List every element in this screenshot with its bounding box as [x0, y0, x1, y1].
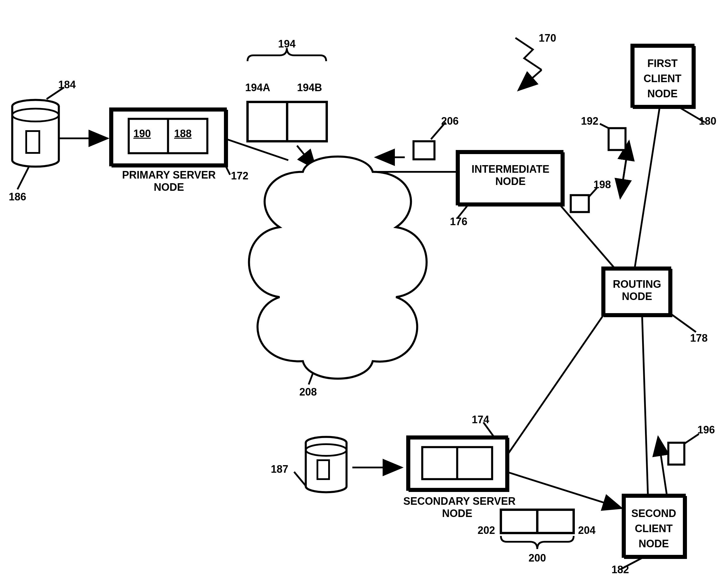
brace-200	[501, 536, 574, 549]
ref-200: 200	[528, 552, 546, 564]
line-routing-secondclient	[642, 315, 648, 496]
storage-right	[306, 437, 346, 492]
line-intermediate-routing	[559, 204, 615, 268]
lightning-170	[515, 38, 542, 70]
ref-187: 187	[271, 463, 288, 475]
primary-server-label: PRIMARY SERVER NODE	[108, 169, 230, 193]
ref-204: 204	[578, 524, 596, 536]
primary-server-node	[111, 109, 227, 167]
line-routing-secondary	[507, 315, 603, 456]
first-client-label: FIRST CLIENT NODE	[633, 56, 692, 102]
packet-200	[501, 510, 574, 533]
arrow-secondary-secondclient	[507, 472, 622, 508]
packet-198	[571, 195, 589, 212]
ref-206: 206	[441, 115, 459, 127]
arrow-170	[518, 70, 542, 90]
arrow-secondclient-up	[658, 437, 667, 495]
cloud-icon	[249, 157, 426, 379]
ref-176: 176	[450, 216, 467, 228]
ref-170: 170	[539, 32, 556, 44]
ref-182: 182	[612, 563, 629, 576]
storage-left	[12, 100, 59, 167]
packet-196	[668, 443, 684, 465]
ref-194A: 194A	[245, 81, 270, 94]
ref-178: 178	[690, 332, 708, 344]
secondary-server-label: SECONDARY SERVER NODE	[403, 495, 511, 520]
ref-196: 196	[697, 424, 715, 436]
ref-186: 186	[9, 191, 26, 203]
ref-192: 192	[581, 115, 598, 127]
leader-178	[670, 313, 696, 332]
packet-194	[248, 102, 327, 141]
ref-198: 198	[594, 179, 611, 191]
primary-inner-right: 188	[174, 128, 191, 140]
line-firstclient-routing	[635, 108, 659, 267]
packet-206	[414, 141, 435, 159]
ref-180: 180	[699, 115, 717, 127]
ref-172: 172	[231, 170, 249, 182]
secondary-server-node	[408, 437, 509, 491]
ref-202: 202	[477, 524, 495, 536]
ref-184: 184	[58, 79, 76, 91]
ref-174: 174	[472, 413, 489, 426]
packet-192	[608, 128, 625, 150]
second-client-label: SECOND CLIENT NODE	[625, 506, 683, 552]
primary-inner-left: 190	[133, 128, 151, 140]
routing-label: ROUTING NODE	[604, 278, 670, 303]
svg-rect-2	[26, 131, 39, 153]
intermediate-label: INTERMEDIATE NODE	[461, 163, 560, 187]
ref-194B: 194B	[297, 81, 322, 94]
ref-208: 208	[300, 386, 317, 398]
svg-rect-5	[317, 460, 329, 479]
ref-194: 194	[278, 38, 295, 50]
network-diagram: 190 188 PRIMARY SERVER NODE 172 SECONDAR…	[0, 0, 728, 577]
